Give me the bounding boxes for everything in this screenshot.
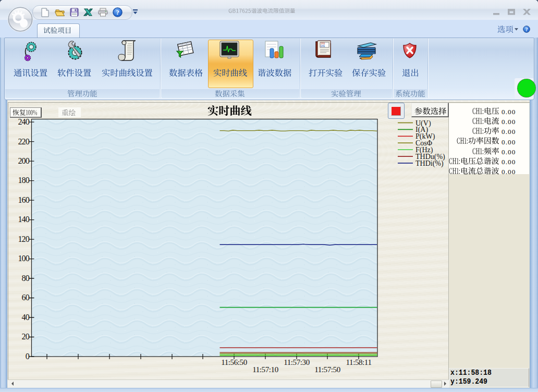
svg-text:?: ? [116, 9, 119, 16]
svg-text:UVE: UVE [321, 45, 325, 47]
svg-text:?: ? [525, 27, 528, 32]
